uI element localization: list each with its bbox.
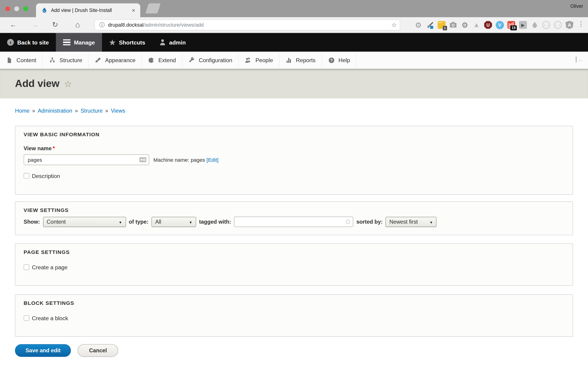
browser-tab[interactable]: Add view | Drush Site-Install (36, 3, 140, 17)
breadcrumb-administration[interactable]: Administration (38, 108, 72, 114)
home-button[interactable]: ⌂ (73, 19, 82, 30)
screenshot-extension-badge: 1 (443, 26, 447, 30)
browser-profile-name[interactable]: Oliver (570, 3, 583, 9)
help-icon: ? (328, 57, 335, 63)
new-tab-button[interactable] (145, 3, 161, 14)
colorpicker-extension-icon[interactable] (426, 21, 434, 29)
view-name-row: Machine name: pages [Edit] (24, 154, 564, 165)
create-page-checkbox[interactable] (24, 265, 29, 270)
svg-text:?: ? (330, 58, 332, 62)
create-block-label: Create a block (32, 315, 68, 321)
people-icon (245, 57, 252, 63)
todoist-extension-icon[interactable]: 19 (507, 21, 516, 29)
braces-glyph (554, 21, 562, 29)
reload-button[interactable]: ↻ (50, 19, 60, 30)
breadcrumb-separator: » (75, 108, 78, 114)
tagged-with-label: tagged with: (199, 219, 231, 225)
tab-close-icon[interactable] (130, 7, 137, 13)
screenshot-extension-icon[interactable]: 1 (437, 21, 446, 29)
save-and-edit-button[interactable]: Save and edit (15, 344, 71, 357)
menu-item-people[interactable]: People (239, 52, 279, 68)
view-settings-fieldset: VIEW SETTINGS Show: Content of type: All… (15, 201, 573, 235)
manage-tab[interactable]: Manage (56, 33, 102, 52)
braces-glyph (542, 21, 550, 29)
admin-user-tab[interactable]: admin (152, 33, 193, 52)
block-settings-legend: BLOCK SETTINGS (24, 295, 564, 306)
view-name-label-text: View name (24, 145, 52, 151)
forward-button[interactable]: → (30, 19, 40, 30)
menu-item-label: Reports (296, 57, 316, 63)
view-settings-row: Show: Content of type: All tagged with: … (24, 217, 564, 227)
required-marker: * (53, 145, 55, 151)
menu-item-configuration[interactable]: Configuration (182, 52, 238, 68)
show-select[interactable]: Content (43, 217, 126, 227)
menu-item-label: Extend (158, 57, 176, 63)
of-type-select[interactable]: All (151, 217, 196, 227)
todoist-extension-badge: 19 (510, 25, 517, 30)
menu-item-content[interactable]: Content (0, 52, 43, 68)
address-bar[interactable]: drupal8.docksal /admin/structure/views/a… (95, 19, 400, 30)
sorted-by-select[interactable]: Newest first (386, 217, 437, 227)
drupal-menu-bar: Content Structure Appearance Extend Conf… (0, 52, 588, 69)
machine-name-icon (139, 157, 146, 162)
page-settings-legend: PAGE SETTINGS (24, 244, 564, 255)
tagged-with-input[interactable] (234, 217, 353, 227)
chevron-down-icon (189, 218, 192, 225)
window-controls (5, 6, 28, 11)
back-button[interactable]: ← (8, 19, 18, 30)
zoom-window-button[interactable] (23, 6, 28, 11)
breadcrumb-views[interactable]: Views (111, 108, 125, 114)
extend-icon (148, 57, 155, 63)
menu-item-reports[interactable]: Reports (279, 52, 322, 68)
ublock-letter: U (484, 21, 492, 29)
cancel-button[interactable]: Cancel (78, 344, 118, 357)
breadcrumb-home[interactable]: Home (15, 108, 29, 114)
block-settings-fieldset: BLOCK SETTINGS Create a block (15, 294, 573, 336)
json-viewer-extension-icon[interactable] (542, 21, 551, 29)
machine-name-value: Machine name: pages (153, 157, 205, 163)
angular-letter: A (565, 21, 573, 29)
page-info-icon[interactable] (99, 22, 105, 28)
menu-item-appearance[interactable]: Appearance (89, 52, 142, 68)
description-checkbox[interactable] (24, 173, 29, 178)
drive-extension-icon[interactable] (472, 21, 481, 29)
extensions-row: 1 U V 19 A (414, 21, 574, 29)
sorted-by-select-value: Newest first (389, 219, 426, 225)
view-name-input-wrap (24, 154, 149, 165)
back-chevron-icon (7, 39, 14, 46)
menu-item-structure[interactable]: Structure (43, 52, 89, 68)
close-window-button[interactable] (5, 6, 10, 11)
url-host: drupal8.docksal (108, 22, 143, 27)
shortcuts-tab[interactable]: Shortcuts (102, 33, 152, 52)
page-settings-fieldset: PAGE SETTINGS Create a page (15, 243, 573, 286)
ublock-extension-icon[interactable]: U (484, 21, 493, 29)
create-page-label: Create a page (32, 264, 68, 270)
menu-item-help[interactable]: ? Help (322, 52, 356, 68)
json-formatter-extension-icon[interactable] (553, 21, 562, 29)
view-name-input[interactable] (24, 154, 149, 165)
breadcrumb-structure[interactable]: Structure (81, 108, 103, 114)
vimeo-extension-icon[interactable]: V (495, 21, 504, 29)
menu-item-extend[interactable]: Extend (142, 52, 182, 68)
bookmark-star-icon[interactable] (391, 21, 397, 28)
toolbar-collapse-button[interactable] (576, 57, 583, 63)
collapse-arrow-icon (578, 57, 583, 63)
machine-name-edit-link[interactable]: [Edit] (207, 157, 218, 163)
create-block-checkbox[interactable] (24, 315, 29, 321)
show-label: Show: (24, 219, 40, 225)
shortcuts-label: Shortcuts (119, 39, 145, 46)
manage-label: Manage (74, 39, 95, 46)
admin-user-label: admin (169, 39, 186, 46)
drupal-extension-icon[interactable] (530, 21, 539, 29)
shortcuts-star-icon (109, 38, 115, 47)
dark-gear-extension-icon[interactable] (460, 21, 469, 29)
appearance-icon (95, 57, 101, 63)
camera-extension-icon[interactable] (449, 21, 458, 29)
browser-menu-icon[interactable] (578, 20, 584, 28)
gear-extension-icon[interactable] (414, 21, 423, 29)
chevron-down-icon (119, 218, 122, 225)
minimize-window-button[interactable] (14, 6, 19, 11)
play-extension-icon[interactable] (519, 21, 527, 29)
back-to-site-link[interactable]: Back to site (0, 33, 56, 52)
angular-extension-icon[interactable]: A (565, 21, 574, 29)
